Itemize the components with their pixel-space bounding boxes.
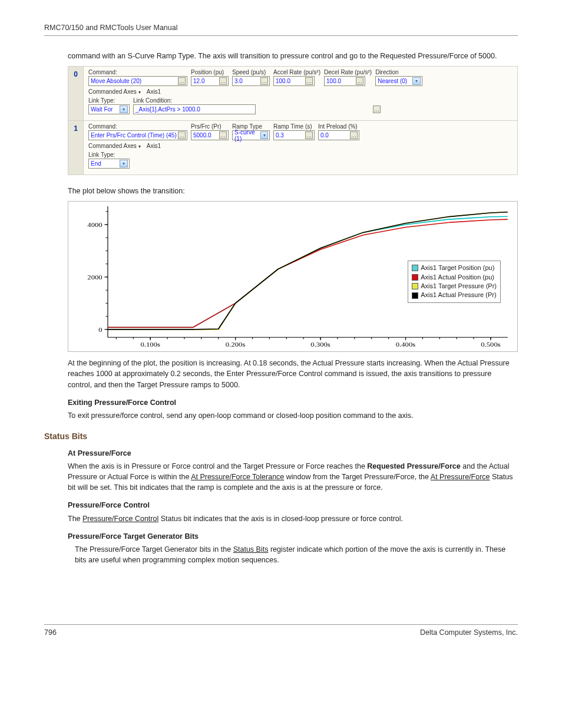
step-row: 1Command:Enter Prs/Frc Control (Time) (4… — [68, 121, 517, 174]
step-number: 0 — [68, 67, 84, 120]
field-value: 0.3 — [276, 132, 284, 139]
intro-paragraph: command with an S-Curve Ramp Type. The a… — [68, 51, 515, 61]
field-input[interactable]: Enter Prs/Frc Control (Time) (45)… — [88, 130, 187, 140]
field-input[interactable]: 5000.0… — [191, 130, 229, 140]
commanded-axes-value: Axis1 — [147, 88, 161, 95]
svg-text:0.400s: 0.400s — [396, 341, 416, 348]
transition-plot: 0200040000.100s0.200s0.300s0.400s0.500s … — [68, 201, 518, 352]
field-value: 12.0 — [193, 78, 204, 84]
text-span: When the axis is in Pressure or Force co… — [68, 462, 367, 470]
legend-swatch — [412, 283, 418, 289]
status-bits-heading: Status Bits — [44, 431, 518, 441]
ellipsis-button[interactable]: … — [356, 77, 363, 85]
legend-item: Axis1 Target Pressure (Pr) — [412, 282, 497, 291]
field-input[interactable]: S-curve (1) — [232, 130, 270, 140]
doc-header-title: RMC70/150 and RMCTools User Manual — [44, 24, 518, 32]
field-label: Command: — [88, 69, 187, 75]
legend-label: Axis1 Target Pressure (Pr) — [421, 282, 497, 291]
at-pf-link[interactable]: At Pressure/Force — [431, 473, 490, 481]
plot-legend: Axis1 Target Position (pu)Axis1 Actual P… — [408, 261, 501, 303]
text-span: The Pressure/Force Target Generator bits… — [75, 545, 233, 554]
field-label: Prs/Frc (Pr) — [191, 123, 229, 130]
svg-text:2000: 2000 — [87, 274, 102, 281]
link-condition-label: Link Condition: — [133, 97, 513, 104]
field-label: Direction — [375, 69, 422, 75]
text-span: The — [68, 515, 82, 523]
footer-company: Delta Computer Systems, Inc. — [420, 628, 518, 637]
text-span: window from the Target Pressure/Force, t… — [284, 473, 431, 481]
field-input[interactable]: 100.0… — [273, 76, 315, 86]
tg-paragraph: The Pressure/Force Target Generator bits… — [75, 544, 515, 565]
field-input[interactable]: 0.0… — [318, 130, 359, 140]
ellipsis-button[interactable]: … — [305, 131, 313, 139]
field-value: 3.0 — [234, 78, 243, 84]
step-row: 0Command:Move Absolute (20)…Position (pu… — [68, 67, 517, 121]
svg-text:0.300s: 0.300s — [310, 341, 330, 348]
field-input[interactable]: 100.0… — [324, 76, 365, 86]
header-rule — [44, 35, 518, 36]
commanded-axes-dropdown[interactable]: Commanded Axes — [88, 88, 141, 95]
ellipsis-button[interactable]: … — [178, 77, 186, 85]
at-pressure-heading: At Pressure/Force — [68, 448, 515, 459]
field-value: S-curve (1) — [234, 129, 260, 142]
link-type-select[interactable]: Wait For — [88, 104, 130, 114]
exit-paragraph: To exit pressure/force control, send any… — [68, 410, 515, 421]
ellipsis-button[interactable]: … — [219, 131, 227, 139]
at-pressure-paragraph: When the axis is in Pressure or Force co… — [68, 461, 515, 493]
ellipsis-button[interactable]: … — [178, 131, 186, 139]
field-input[interactable]: 3.0… — [232, 76, 270, 86]
field-label: Int Preload (%) — [318, 123, 359, 130]
svg-text:0: 0 — [98, 326, 102, 334]
pfc-heading: Pressure/Force Control — [68, 500, 515, 510]
field-label: Command: — [88, 123, 187, 130]
svg-text:0.200s: 0.200s — [226, 341, 246, 348]
svg-text:0.100s: 0.100s — [140, 341, 160, 348]
ellipsis-button[interactable]: … — [260, 77, 268, 85]
legend-item: Axis1 Target Position (pu) — [412, 263, 497, 272]
link-type-select[interactable]: End — [88, 159, 130, 169]
legend-label: Axis1 Actual Position (pu) — [421, 273, 494, 282]
ellipsis-button[interactable]: … — [305, 77, 313, 85]
svg-text:0.500s: 0.500s — [481, 341, 501, 348]
field-label: Ramp Time (s) — [273, 123, 315, 130]
plot-description: At the beginning of the plot, the positi… — [68, 358, 515, 390]
footer-rule — [44, 624, 518, 625]
dropdown-icon[interactable] — [120, 106, 128, 113]
pfc-link[interactable]: Pressure/Force Control — [82, 515, 158, 523]
tg-heading: Pressure/Force Target Generator Bits — [68, 531, 515, 542]
legend-swatch — [412, 292, 418, 299]
dropdown-icon[interactable] — [260, 131, 268, 139]
field-input[interactable]: Nearest (0) — [375, 76, 422, 86]
steps-panel: 0Command:Move Absolute (20)…Position (pu… — [68, 66, 518, 175]
ellipsis-button[interactable]: … — [219, 77, 227, 85]
at-pf-tolerance-link[interactable]: At Pressure/Force Tolerance — [191, 473, 284, 481]
plot-intro: The plot below shows the transition: — [68, 186, 515, 196]
pfc-paragraph: The Pressure/Force Control Status bit in… — [68, 513, 515, 524]
field-input[interactable]: Move Absolute (20)… — [88, 76, 187, 86]
page-number: 796 — [44, 628, 57, 637]
status-bits-link[interactable]: Status Bits — [233, 545, 269, 554]
legend-swatch — [412, 274, 418, 281]
step-number: 1 — [68, 121, 84, 174]
svg-text:4000: 4000 — [87, 221, 102, 229]
field-input[interactable]: 12.0… — [191, 76, 229, 86]
legend-item: Axis1 Actual Position (pu) — [412, 273, 497, 282]
link-type-label: Link Type: — [88, 151, 130, 158]
ellipsis-button[interactable]: … — [373, 106, 381, 113]
field-input[interactable]: 0.3… — [273, 130, 315, 140]
requested-pf-term: Requested Pressure/Force — [367, 462, 460, 470]
ellipsis-button[interactable]: … — [350, 131, 358, 139]
dropdown-icon[interactable] — [412, 77, 421, 85]
link-condition-input[interactable]: _Axis[1].ActPrs > 1000.0 — [133, 104, 256, 114]
commanded-axes-dropdown[interactable]: Commanded Axes — [88, 143, 141, 149]
field-value: Move Absolute (20) — [91, 78, 141, 84]
field-value: 100.0 — [276, 78, 290, 84]
field-value: 5000.0 — [193, 132, 211, 139]
field-value: Enter Prs/Frc Control (Time) (45) — [91, 132, 177, 139]
link-type-label: Link Type: — [88, 97, 130, 104]
dropdown-icon[interactable] — [120, 160, 128, 167]
field-value: 0.0 — [320, 132, 329, 139]
text-span: Status bit indicates that the axis is in… — [158, 515, 403, 523]
commanded-axes-value: Axis1 — [147, 143, 161, 149]
field-label: Position (pu) — [191, 69, 229, 75]
